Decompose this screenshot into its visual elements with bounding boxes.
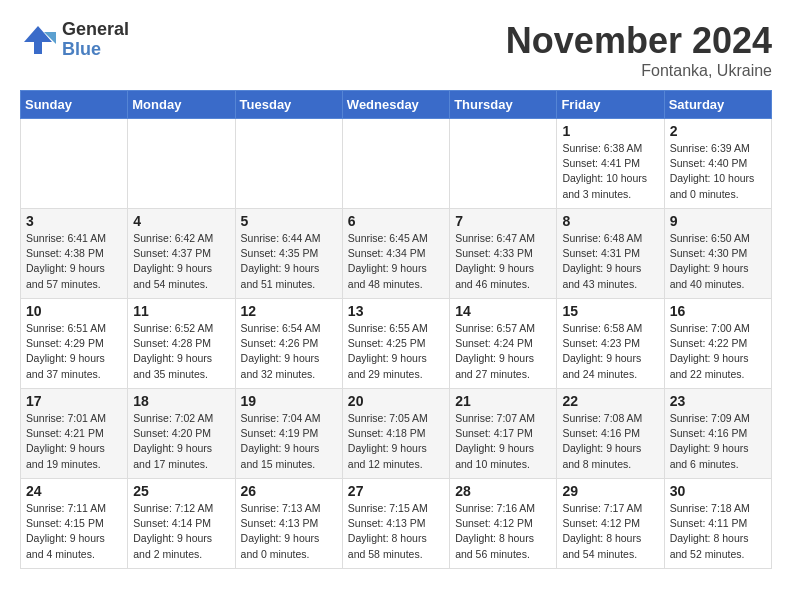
cell-week1-day0 [21,119,128,209]
calendar-body: 1Sunrise: 6:38 AM Sunset: 4:41 PM Daylig… [21,119,772,569]
day-info: Sunrise: 7:01 AM Sunset: 4:21 PM Dayligh… [26,411,122,472]
day-info: Sunrise: 6:47 AM Sunset: 4:33 PM Dayligh… [455,231,551,292]
logo-icon [20,22,56,58]
day-number: 30 [670,483,766,499]
day-number: 22 [562,393,658,409]
day-info: Sunrise: 6:39 AM Sunset: 4:40 PM Dayligh… [670,141,766,202]
cell-week4-day6: 23Sunrise: 7:09 AM Sunset: 4:16 PM Dayli… [664,389,771,479]
day-info: Sunrise: 7:15 AM Sunset: 4:13 PM Dayligh… [348,501,444,562]
cell-week4-day4: 21Sunrise: 7:07 AM Sunset: 4:17 PM Dayli… [450,389,557,479]
header-row: SundayMondayTuesdayWednesdayThursdayFrid… [21,91,772,119]
cell-week5-day1: 25Sunrise: 7:12 AM Sunset: 4:14 PM Dayli… [128,479,235,569]
cell-week3-day0: 10Sunrise: 6:51 AM Sunset: 4:29 PM Dayli… [21,299,128,389]
cell-week5-day3: 27Sunrise: 7:15 AM Sunset: 4:13 PM Dayli… [342,479,449,569]
cell-week5-day0: 24Sunrise: 7:11 AM Sunset: 4:15 PM Dayli… [21,479,128,569]
day-number: 6 [348,213,444,229]
cell-week3-day4: 14Sunrise: 6:57 AM Sunset: 4:24 PM Dayli… [450,299,557,389]
header-day-monday: Monday [128,91,235,119]
day-number: 27 [348,483,444,499]
day-info: Sunrise: 6:51 AM Sunset: 4:29 PM Dayligh… [26,321,122,382]
cell-week4-day5: 22Sunrise: 7:08 AM Sunset: 4:16 PM Dayli… [557,389,664,479]
week-row-2: 3Sunrise: 6:41 AM Sunset: 4:38 PM Daylig… [21,209,772,299]
day-number: 24 [26,483,122,499]
day-number: 28 [455,483,551,499]
day-number: 19 [241,393,337,409]
day-info: Sunrise: 7:07 AM Sunset: 4:17 PM Dayligh… [455,411,551,472]
cell-week3-day5: 15Sunrise: 6:58 AM Sunset: 4:23 PM Dayli… [557,299,664,389]
day-number: 26 [241,483,337,499]
day-info: Sunrise: 6:45 AM Sunset: 4:34 PM Dayligh… [348,231,444,292]
cell-week2-day0: 3Sunrise: 6:41 AM Sunset: 4:38 PM Daylig… [21,209,128,299]
day-number: 5 [241,213,337,229]
logo: General Blue [20,20,129,60]
day-number: 2 [670,123,766,139]
header-day-wednesday: Wednesday [342,91,449,119]
day-number: 15 [562,303,658,319]
week-row-4: 17Sunrise: 7:01 AM Sunset: 4:21 PM Dayli… [21,389,772,479]
logo-blue-text: Blue [62,40,129,60]
header-day-sunday: Sunday [21,91,128,119]
day-info: Sunrise: 6:58 AM Sunset: 4:23 PM Dayligh… [562,321,658,382]
day-info: Sunrise: 7:18 AM Sunset: 4:11 PM Dayligh… [670,501,766,562]
cell-week1-day2 [235,119,342,209]
cell-week2-day4: 7Sunrise: 6:47 AM Sunset: 4:33 PM Daylig… [450,209,557,299]
calendar-header: SundayMondayTuesdayWednesdayThursdayFrid… [21,91,772,119]
calendar-table: SundayMondayTuesdayWednesdayThursdayFrid… [20,90,772,569]
day-info: Sunrise: 6:54 AM Sunset: 4:26 PM Dayligh… [241,321,337,382]
cell-week3-day2: 12Sunrise: 6:54 AM Sunset: 4:26 PM Dayli… [235,299,342,389]
cell-week2-day6: 9Sunrise: 6:50 AM Sunset: 4:30 PM Daylig… [664,209,771,299]
day-number: 8 [562,213,658,229]
day-number: 4 [133,213,229,229]
location: Fontanka, Ukraine [506,62,772,80]
logo-general-text: General [62,20,129,40]
day-number: 25 [133,483,229,499]
day-info: Sunrise: 7:17 AM Sunset: 4:12 PM Dayligh… [562,501,658,562]
day-number: 7 [455,213,551,229]
week-row-3: 10Sunrise: 6:51 AM Sunset: 4:29 PM Dayli… [21,299,772,389]
day-info: Sunrise: 7:02 AM Sunset: 4:20 PM Dayligh… [133,411,229,472]
day-number: 9 [670,213,766,229]
day-number: 13 [348,303,444,319]
header: General Blue November 2024 Fontanka, Ukr… [20,20,772,80]
day-info: Sunrise: 6:55 AM Sunset: 4:25 PM Dayligh… [348,321,444,382]
day-info: Sunrise: 6:57 AM Sunset: 4:24 PM Dayligh… [455,321,551,382]
cell-week5-day5: 29Sunrise: 7:17 AM Sunset: 4:12 PM Dayli… [557,479,664,569]
cell-week5-day2: 26Sunrise: 7:13 AM Sunset: 4:13 PM Dayli… [235,479,342,569]
title-section: November 2024 Fontanka, Ukraine [506,20,772,80]
cell-week1-day6: 2Sunrise: 6:39 AM Sunset: 4:40 PM Daylig… [664,119,771,209]
cell-week2-day2: 5Sunrise: 6:44 AM Sunset: 4:35 PM Daylig… [235,209,342,299]
cell-week1-day1 [128,119,235,209]
cell-week4-day2: 19Sunrise: 7:04 AM Sunset: 4:19 PM Dayli… [235,389,342,479]
day-info: Sunrise: 7:09 AM Sunset: 4:16 PM Dayligh… [670,411,766,472]
cell-week2-day5: 8Sunrise: 6:48 AM Sunset: 4:31 PM Daylig… [557,209,664,299]
day-info: Sunrise: 6:50 AM Sunset: 4:30 PM Dayligh… [670,231,766,292]
day-number: 29 [562,483,658,499]
cell-week5-day4: 28Sunrise: 7:16 AM Sunset: 4:12 PM Dayli… [450,479,557,569]
day-number: 10 [26,303,122,319]
week-row-5: 24Sunrise: 7:11 AM Sunset: 4:15 PM Dayli… [21,479,772,569]
day-number: 23 [670,393,766,409]
day-number: 14 [455,303,551,319]
cell-week3-day6: 16Sunrise: 7:00 AM Sunset: 4:22 PM Dayli… [664,299,771,389]
header-day-friday: Friday [557,91,664,119]
cell-week3-day1: 11Sunrise: 6:52 AM Sunset: 4:28 PM Dayli… [128,299,235,389]
day-info: Sunrise: 7:04 AM Sunset: 4:19 PM Dayligh… [241,411,337,472]
day-info: Sunrise: 6:41 AM Sunset: 4:38 PM Dayligh… [26,231,122,292]
day-info: Sunrise: 7:11 AM Sunset: 4:15 PM Dayligh… [26,501,122,562]
day-info: Sunrise: 7:08 AM Sunset: 4:16 PM Dayligh… [562,411,658,472]
day-number: 11 [133,303,229,319]
cell-week3-day3: 13Sunrise: 6:55 AM Sunset: 4:25 PM Dayli… [342,299,449,389]
day-number: 3 [26,213,122,229]
day-info: Sunrise: 6:44 AM Sunset: 4:35 PM Dayligh… [241,231,337,292]
cell-week1-day3 [342,119,449,209]
day-number: 12 [241,303,337,319]
cell-week4-day3: 20Sunrise: 7:05 AM Sunset: 4:18 PM Dayli… [342,389,449,479]
week-row-1: 1Sunrise: 6:38 AM Sunset: 4:41 PM Daylig… [21,119,772,209]
day-number: 20 [348,393,444,409]
day-number: 21 [455,393,551,409]
month-title: November 2024 [506,20,772,62]
day-number: 16 [670,303,766,319]
cell-week1-day4 [450,119,557,209]
header-day-tuesday: Tuesday [235,91,342,119]
day-number: 18 [133,393,229,409]
